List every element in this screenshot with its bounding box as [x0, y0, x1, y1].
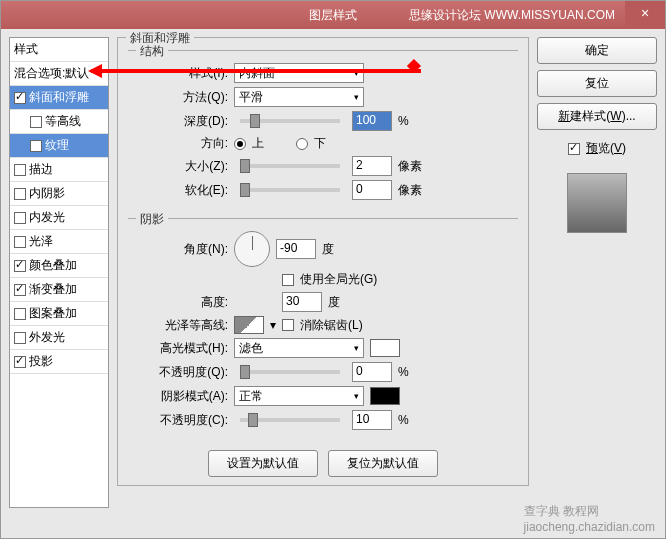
px-unit: 像素 — [398, 182, 428, 199]
globallight-checkbox[interactable] — [282, 274, 294, 286]
shopac-input[interactable]: 10 — [352, 410, 392, 430]
blend-options[interactable]: 混合选项:默认 — [10, 62, 108, 86]
styles-header[interactable]: 样式 — [10, 38, 108, 62]
structure-legend: 结构 — [136, 43, 168, 60]
slider-thumb-icon[interactable] — [240, 159, 250, 173]
sh-color-swatch[interactable] — [370, 387, 400, 405]
slider-thumb-icon[interactable] — [240, 365, 250, 379]
angle-label: 角度(N): — [138, 241, 228, 258]
shopac-row: 不透明度(C): 10 % — [138, 410, 508, 430]
dialog-window: 图层样式 思缘设计论坛 WWW.MISSYUAN.COM × 样式 混合选项:默… — [0, 0, 666, 539]
dialog-body: 样式 混合选项:默认 斜面和浮雕 等高线 纹理 描边 内阴影 内发光 光泽 颜色… — [1, 29, 665, 516]
down-radio[interactable] — [296, 138, 308, 150]
percent-unit: % — [398, 413, 428, 427]
preview-label: 预览(V) — [586, 140, 626, 157]
preview-row: 预览(V) — [537, 140, 657, 157]
antialias-label: 消除锯齿(L) — [300, 317, 363, 334]
inner-shadow-item[interactable]: 内阴影 — [10, 182, 108, 206]
depth-slider[interactable] — [240, 119, 340, 123]
gradient-overlay-item[interactable]: 渐变叠加 — [10, 278, 108, 302]
gloss-contour-picker[interactable] — [234, 316, 264, 334]
checkbox-icon[interactable] — [14, 92, 26, 104]
checkbox-icon[interactable] — [14, 212, 26, 224]
soften-slider[interactable] — [240, 188, 340, 192]
shopac-label: 不透明度(C): — [138, 412, 228, 429]
reset-default-button[interactable]: 复位为默认值 — [328, 450, 438, 477]
color-overlay-item[interactable]: 颜色叠加 — [10, 254, 108, 278]
hlopac-slider[interactable] — [240, 370, 340, 374]
stroke-item[interactable]: 描边 — [10, 158, 108, 182]
checkbox-icon[interactable] — [14, 356, 26, 368]
soften-label: 软化(E): — [138, 182, 228, 199]
slider-thumb-icon[interactable] — [240, 183, 250, 197]
shmode-select[interactable]: 正常▾ — [234, 386, 364, 406]
checkbox-icon[interactable] — [14, 284, 26, 296]
default-buttons: 设置为默认值 复位为默认值 — [128, 450, 518, 477]
checkbox-icon[interactable] — [14, 236, 26, 248]
preview-checkbox[interactable] — [568, 143, 580, 155]
checkbox-icon[interactable] — [14, 164, 26, 176]
globallight-label: 使用全局光(G) — [300, 271, 377, 288]
checkbox-icon[interactable] — [14, 332, 26, 344]
slider-thumb-icon[interactable] — [250, 114, 260, 128]
styles-list: 样式 混合选项:默认 斜面和浮雕 等高线 纹理 描边 内阴影 内发光 光泽 颜色… — [9, 37, 109, 508]
direction-label: 方向: — [138, 135, 228, 152]
px-unit: 像素 — [398, 158, 428, 175]
hlopac-input[interactable]: 0 — [352, 362, 392, 382]
drop-shadow-item[interactable]: 投影 — [10, 350, 108, 374]
hlopac-label: 不透明度(Q): — [138, 364, 228, 381]
contour-item[interactable]: 等高线 — [10, 110, 108, 134]
depth-row: 深度(D): 100 % — [138, 111, 508, 131]
deg-unit: 度 — [322, 241, 352, 258]
direction-row: 方向: 上 下 — [138, 135, 508, 152]
percent-unit: % — [398, 114, 428, 128]
titlebar[interactable]: 图层样式 思缘设计论坛 WWW.MISSYUAN.COM × — [1, 1, 665, 29]
up-radio[interactable] — [234, 138, 246, 150]
globallight-row: 使用全局光(G) — [138, 271, 508, 288]
style-select[interactable]: 内斜面▾ — [234, 63, 364, 83]
inner-glow-item[interactable]: 内发光 — [10, 206, 108, 230]
structure-group: 结构 样式(I): 内斜面▾ 方法(Q): 平滑▾ 深度(D): 100 % — [128, 50, 518, 212]
angle-input[interactable]: -90 — [276, 239, 316, 259]
gloss-label: 光泽等高线: — [138, 317, 228, 334]
soften-input[interactable]: 0 — [352, 180, 392, 200]
method-select[interactable]: 平滑▾ — [234, 87, 364, 107]
size-slider[interactable] — [240, 164, 340, 168]
percent-unit: % — [398, 365, 428, 379]
reset-button[interactable]: 复位 — [537, 70, 657, 97]
bevel-emboss-item[interactable]: 斜面和浮雕 — [10, 86, 108, 110]
altitude-input[interactable]: 30 — [282, 292, 322, 312]
hlmode-select[interactable]: 滤色▾ — [234, 338, 364, 358]
checkbox-icon[interactable] — [30, 140, 42, 152]
chevron-down-icon: ▾ — [354, 343, 359, 353]
new-style-button[interactable]: 新建样式(W)... — [537, 103, 657, 130]
satin-item[interactable]: 光泽 — [10, 230, 108, 254]
depth-input[interactable]: 100 — [352, 111, 392, 131]
angle-control[interactable] — [234, 231, 270, 267]
antialias-checkbox[interactable] — [282, 319, 294, 331]
bevel-fieldset: 斜面和浮雕 结构 样式(I): 内斜面▾ 方法(Q): 平滑▾ 深度(D): 1… — [117, 37, 529, 486]
slider-thumb-icon[interactable] — [248, 413, 258, 427]
checkbox-icon[interactable] — [30, 116, 42, 128]
size-input[interactable]: 2 — [352, 156, 392, 176]
checkbox-icon[interactable] — [14, 308, 26, 320]
shopac-slider[interactable] — [240, 418, 340, 422]
texture-item[interactable]: 纹理 — [10, 134, 108, 158]
altitude-row: 高度: 30 度 — [138, 292, 508, 312]
settings-panel: 斜面和浮雕 结构 样式(I): 内斜面▾ 方法(Q): 平滑▾ 深度(D): 1… — [117, 37, 529, 508]
close-button[interactable]: × — [625, 1, 665, 29]
shading-group: 阴影 角度(N): -90 度 使用全局光(G) 高度: — [128, 218, 518, 442]
set-default-button[interactable]: 设置为默认值 — [208, 450, 318, 477]
chevron-down-icon[interactable]: ▾ — [270, 318, 276, 332]
outer-glow-item[interactable]: 外发光 — [10, 326, 108, 350]
checkbox-icon[interactable] — [14, 260, 26, 272]
pattern-overlay-item[interactable]: 图案叠加 — [10, 302, 108, 326]
forum-text: 思缘设计论坛 WWW.MISSYUAN.COM — [409, 7, 615, 24]
ok-button[interactable]: 确定 — [537, 37, 657, 64]
style-row: 样式(I): 内斜面▾ — [138, 63, 508, 83]
hl-color-swatch[interactable] — [370, 339, 400, 357]
preview-swatch — [567, 173, 627, 233]
window-title: 图层样式 — [309, 7, 357, 24]
checkbox-icon[interactable] — [14, 188, 26, 200]
shmode-label: 阴影模式(A): — [138, 388, 228, 405]
